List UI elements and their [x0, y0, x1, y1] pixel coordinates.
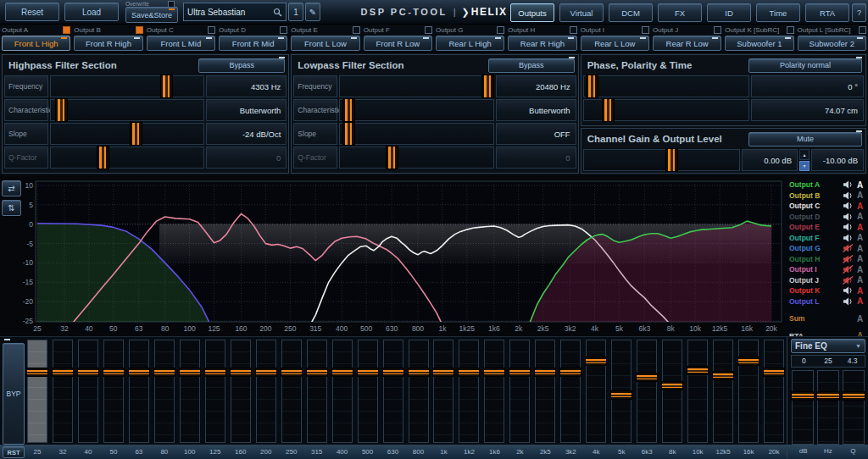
- nav-button-dcm[interactable]: DCM: [609, 3, 653, 22]
- slider-handle[interactable]: [55, 98, 68, 122]
- channel-tab-button[interactable]: Subwoofer 2: [798, 36, 866, 51]
- param-value[interactable]: 0: [496, 147, 576, 169]
- nav-button-rta[interactable]: RTA: [805, 3, 849, 22]
- param-value[interactable]: 0: [206, 147, 287, 169]
- speaker-icon[interactable]: [843, 297, 854, 306]
- fine-eq-handle[interactable]: [791, 391, 815, 401]
- speaker-icon[interactable]: [843, 234, 854, 242]
- eq-band-handle[interactable]: [306, 368, 328, 377]
- eq-band-handle[interactable]: [458, 368, 480, 377]
- channel-tab-button[interactable]: Rear R Low: [653, 36, 721, 51]
- gain-step-down-icon[interactable]: ▾: [799, 161, 810, 172]
- search-icon[interactable]: [273, 8, 282, 17]
- param-value[interactable]: 20480 Hz: [496, 75, 576, 97]
- mute-button[interactable]: Mute: [748, 132, 862, 147]
- v-zoom-icon[interactable]: ⇅: [2, 200, 21, 216]
- eq-band-handle[interactable]: [230, 368, 252, 377]
- fine-eq-handle[interactable]: [842, 391, 865, 401]
- collapse-dash-icon[interactable]: [856, 57, 862, 58]
- speaker-muted-icon[interactable]: [843, 255, 854, 263]
- edit-preset-icon[interactable]: ✎: [305, 3, 320, 21]
- eq-band-slider[interactable]: [738, 340, 759, 443]
- param-slider[interactable]: [339, 99, 493, 121]
- channel-tab-button[interactable]: Front R Mid: [219, 36, 287, 51]
- eq-band-slider[interactable]: [78, 340, 98, 443]
- legend-row-output-e[interactable]: Output EA: [783, 222, 868, 233]
- slider-handle[interactable]: [602, 98, 615, 122]
- output-level-value[interactable]: -10.00 dB: [811, 149, 864, 171]
- output-enable-checkbox[interactable]: [497, 26, 504, 34]
- channel-tab-button[interactable]: Rear L High: [436, 36, 504, 51]
- eq-band-handle[interactable]: [103, 368, 125, 377]
- eq-band-slider[interactable]: [307, 340, 327, 443]
- slider-handle[interactable]: [97, 146, 109, 169]
- channel-tab-button[interactable]: Rear L Low: [581, 36, 649, 51]
- slider-handle[interactable]: [160, 75, 173, 98]
- speaker-muted-icon[interactable]: [843, 265, 854, 274]
- param-slider[interactable]: [583, 75, 749, 97]
- output-enable-checkbox[interactable]: [136, 26, 143, 34]
- nav-button-virtual[interactable]: Virtual: [559, 3, 604, 22]
- param-slider[interactable]: [50, 75, 204, 97]
- eq-reset-button[interactable]: RST: [3, 446, 25, 458]
- eq-band-handle[interactable]: [153, 368, 175, 377]
- eq-bypass-button[interactable]: BYP: [3, 343, 25, 445]
- legend-row-output-f[interactable]: Output FA: [783, 233, 868, 244]
- fine-eq-values[interactable]: 0254.3: [791, 355, 865, 368]
- eq-band-handle[interactable]: [712, 371, 734, 380]
- eq-band-slider[interactable]: [383, 340, 403, 443]
- legend-row-sum[interactable]: SumA: [783, 313, 868, 324]
- channel-tab-button[interactable]: Rear R High: [508, 36, 576, 51]
- eq-band-slider[interactable]: [687, 340, 708, 443]
- slider-handle[interactable]: [342, 98, 355, 122]
- fine-eq-slider-hz[interactable]: [817, 370, 839, 445]
- output-enable-checkbox[interactable]: [570, 26, 577, 34]
- eq-band-slider[interactable]: [586, 340, 606, 443]
- slider-handle[interactable]: [481, 75, 494, 98]
- legend-row-output-a[interactable]: Output AA: [783, 180, 868, 191]
- output-enable-checkbox[interactable]: [859, 26, 866, 34]
- eq-band-slider[interactable]: [459, 340, 479, 443]
- nav-button-outputs[interactable]: Outputs: [510, 3, 554, 22]
- gain-slider-handle[interactable]: [665, 148, 678, 172]
- speaker-icon[interactable]: [843, 213, 854, 221]
- param-slider[interactable]: [50, 123, 204, 145]
- eq-band-handle[interactable]: [661, 381, 683, 390]
- channel-tab-button[interactable]: Front L Mid: [147, 36, 215, 51]
- speaker-icon[interactable]: [843, 202, 854, 210]
- fine-eq-slider-q[interactable]: [843, 370, 865, 445]
- output-enable-checkbox[interactable]: [425, 26, 432, 34]
- preset-number-box[interactable]: 1: [288, 3, 303, 21]
- gain-slider[interactable]: [583, 149, 740, 171]
- legend-row-output-c[interactable]: Output CA: [783, 201, 868, 212]
- eq-band-slider[interactable]: [256, 340, 276, 443]
- channel-tab-button[interactable]: Front L High: [2, 36, 70, 51]
- output-enable-checkbox[interactable]: [642, 26, 649, 34]
- speaker-icon[interactable]: [843, 286, 854, 295]
- eq-band-slider[interactable]: [358, 340, 378, 443]
- eq-band-slider[interactable]: [611, 340, 632, 443]
- eq-band-slider[interactable]: [433, 340, 453, 443]
- nav-button-id[interactable]: ID: [707, 3, 751, 22]
- legend-row-output-b[interactable]: Output BA: [783, 191, 868, 202]
- param-value[interactable]: OFF: [496, 123, 576, 145]
- eq-band-handle[interactable]: [204, 368, 226, 377]
- fine-eq-value[interactable]: 0: [792, 356, 816, 367]
- eq-band-slider[interactable]: [154, 340, 175, 443]
- nav-button-time[interactable]: Time: [756, 3, 800, 22]
- eq-band-handle[interactable]: [432, 368, 454, 377]
- eq-band-handle[interactable]: [534, 368, 556, 377]
- eq-band-slider[interactable]: [484, 340, 504, 443]
- param-value[interactable]: 74.07 cm: [751, 99, 864, 121]
- param-value[interactable]: Butterworth: [206, 99, 287, 121]
- fine-eq-value[interactable]: 25: [816, 356, 841, 367]
- eq-band-handle[interactable]: [281, 368, 303, 377]
- eq-band-slider[interactable]: [180, 340, 200, 443]
- output-enable-checkbox[interactable]: [353, 26, 360, 34]
- speaker-icon[interactable]: [843, 223, 854, 231]
- output-enable-checkbox[interactable]: [714, 26, 721, 34]
- eq-band-handle[interactable]: [610, 390, 632, 400]
- eq-band-slider[interactable]: [662, 340, 682, 443]
- channel-tab-button[interactable]: Front L Low: [291, 36, 359, 51]
- collapse-dash-icon[interactable]: [569, 57, 575, 58]
